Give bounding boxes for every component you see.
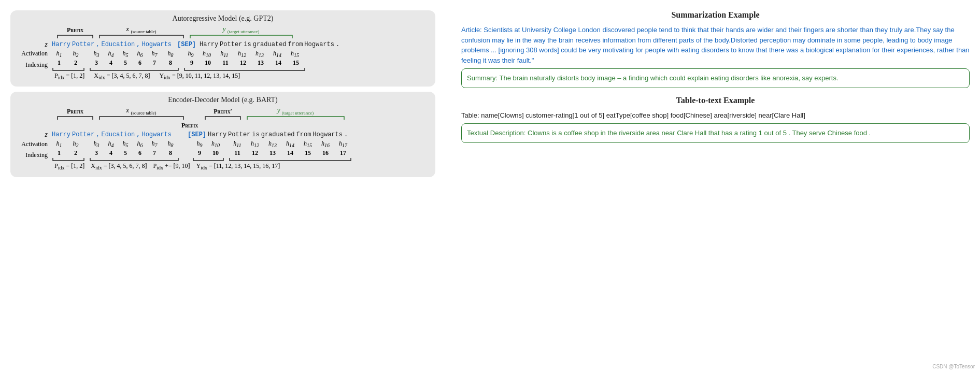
summarization-section: Summarization Example Article: Scientist…: [461, 10, 970, 88]
ed-formulas: Pidx = [1, 2] Xidx = [3, 4, 5, 6, 7, 8] …: [21, 162, 425, 170]
left-side: Autoregressive Model (e.g. GPT2) Prefix …: [10, 5, 435, 367]
ed-diagram-section: Encoder-Decoder Model (e.g. BART) Prefix…: [10, 92, 435, 177]
ar-y-bracket: y (target utterance): [187, 25, 295, 39]
table-to-text-section: Table-to-text Example Table: name[Clowns…: [461, 96, 970, 143]
ar-prefix-bracket: Prefix: [54, 26, 96, 39]
textual-description: Textual Description: Clowns is a coffee …: [467, 128, 964, 138]
ed-z-label: z: [21, 131, 52, 139]
ed-activation-label: Activation: [21, 140, 52, 148]
ed-formula-x: Xidx = [3, 4, 5, 6, 7, 8]: [91, 162, 147, 170]
summarization-title: Summarization Example: [461, 10, 970, 20]
ar-formula-y: Yidx = [9, 10, 11, 12, 13, 14, 15]: [159, 72, 240, 80]
ar-formula-p: Pidx = [1, 2]: [54, 72, 84, 80]
ed-z-tokens: Harry Potter , Education , Hogwarts [SEP…: [52, 131, 425, 138]
ar-formula-x: Xidx = [3, 4, 5, 6, 7, 8]: [94, 72, 150, 80]
ar-x-label: x (source table): [126, 25, 156, 34]
right-side: Summarization Example Article: Scientist…: [446, 5, 970, 367]
ar-title: Autoregressive Model (e.g. GPT2): [21, 15, 425, 23]
ar-formulas: Pidx = [1, 2] Xidx = [3, 4, 5, 6, 7, 8] …: [21, 72, 425, 80]
ed-activation-row: h1 h2 h3 h4 h5 h6 h7 h8 h9 h10 h11 h12 h…: [52, 140, 425, 148]
ed-formula-p2: Pidx += [9, 10]: [153, 162, 190, 170]
table-to-text-table: Table: name[Clowns] customer-rating[1 ou…: [461, 110, 970, 121]
ed-formula-p: Pidx = [1, 2]: [54, 162, 84, 170]
ed-indexing-label: Indexing: [21, 151, 52, 159]
ed-prefix2-label: Prefix′: [214, 108, 232, 116]
ar-activation-label: Activation: [21, 50, 52, 58]
ar-x-bracket: x (source table): [96, 25, 187, 39]
ed-title: Encoder-Decoder Model (e.g. BART): [21, 96, 425, 104]
ed-x-label: x (source table): [126, 106, 156, 116]
ar-prefix-label: Prefix: [67, 26, 83, 34]
watermark: CSDN @ToTensor: [932, 364, 975, 369]
main-container: Autoregressive Model (e.g. GPT2) Prefix …: [0, 0, 980, 372]
ar-indexing-label: Indexing: [21, 61, 52, 69]
ar-y-label: y (target utterance): [223, 25, 260, 34]
ed-y-label: y (target utterance): [277, 106, 314, 116]
summarization-article: Article: Scientists at University Colleg…: [461, 25, 970, 65]
table-to-text-title: Table-to-text Example: [461, 96, 970, 105]
summarization-box: Summary: The brain naturally distorts bo…: [461, 68, 970, 88]
textual-box: Textual Description: Clowns is a coffee …: [461, 123, 970, 143]
ar-activation-row: h1 h2 h3 h4 h5 h6 h7 h8 h9 h10 h11: [52, 50, 425, 58]
summarization-summary: Summary: The brain naturally distorts bo…: [467, 73, 964, 83]
ar-indexing-row: 1 2 3 4 5 6 7 8: [52, 59, 425, 71]
ar-z-tokens: Harry Potter , Education , Hogwarts [SEP…: [52, 41, 425, 48]
ed-prefix-top-label: Prefix: [181, 122, 198, 130]
ed-indexing-row: 1 2 3 4 5 6 7 8: [52, 149, 425, 161]
ar-diagram-section: Autoregressive Model (e.g. GPT2) Prefix …: [10, 10, 435, 87]
ed-formula-y: Yidx = [11, 12, 13, 14, 15, 16, 17]: [196, 162, 280, 170]
ar-z-label: z: [21, 40, 52, 49]
ed-prefix-label: Prefix: [67, 108, 83, 116]
